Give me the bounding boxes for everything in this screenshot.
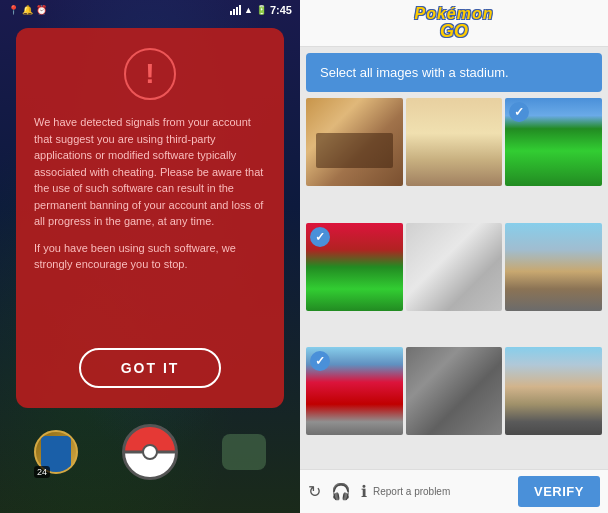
verify-button[interactable]: VERIFY — [518, 476, 600, 507]
notification-icon: 🔔 — [22, 5, 33, 15]
level-badge: 24 — [34, 466, 50, 478]
grid-cell-0[interactable] — [306, 98, 403, 186]
grid-cell-4[interactable] — [406, 223, 503, 311]
grid-cell-7[interactable] — [406, 347, 503, 435]
grid-cell-1[interactable] — [406, 98, 503, 186]
warning-text-block: We have detected signals from your accou… — [34, 114, 266, 283]
logo-go-text: GO — [440, 22, 468, 40]
status-left-icons: 📍 🔔 ⏰ — [8, 5, 47, 15]
pokeball-button[interactable] — [122, 424, 178, 480]
avatar-container: 24 — [34, 430, 78, 474]
captcha-prompt: Select all images with a stadium. — [306, 53, 602, 92]
grid-cell-3[interactable]: ✓ — [306, 223, 403, 311]
recaptcha-header: Pokémon GO — [300, 0, 608, 47]
pokemon-go-warning-screen: 📍 🔔 ⏰ ▲ 🔋 7:45 ! We have detected signal… — [0, 0, 300, 513]
footer-icons: ↻ 🎧 ℹ — [308, 482, 367, 501]
captcha-footer: ↻ 🎧 ℹ Report a problem VERIFY — [300, 469, 608, 513]
audio-icon[interactable]: 🎧 — [331, 482, 351, 501]
grid-cell-2[interactable]: ✓ — [505, 98, 602, 186]
captcha-image-grid: ✓ ✓ ✓ — [300, 98, 608, 469]
check-badge-2: ✓ — [509, 102, 529, 122]
battery-icon: 🔋 — [256, 5, 267, 15]
grid-cell-5[interactable] — [505, 223, 602, 311]
recaptcha-panel: Pokémon GO Select all images with a stad… — [300, 0, 608, 513]
grid-cell-8[interactable] — [505, 347, 602, 435]
alarm-icon: ⏰ — [36, 5, 47, 15]
warning-body-1: We have detected signals from your accou… — [34, 114, 266, 230]
logo-pokemon-text: Pokémon — [414, 6, 493, 22]
info-icon[interactable]: ℹ — [361, 482, 367, 501]
signal-bar-2 — [233, 9, 235, 15]
pokeball-center — [142, 444, 158, 460]
signal-bars — [230, 5, 241, 15]
check-badge-6: ✓ — [310, 351, 330, 371]
status-time: 7:45 — [270, 4, 292, 16]
pokemon-go-logo: Pokémon GO — [414, 6, 493, 40]
bottom-navigation-bar: 24 — [0, 416, 300, 488]
warning-exclamation-icon: ! — [145, 60, 154, 88]
signal-bar-1 — [230, 11, 232, 15]
check-badge-3: ✓ — [310, 227, 330, 247]
status-bar: 📍 🔔 ⏰ ▲ 🔋 7:45 — [0, 0, 300, 20]
nav-right-area — [222, 434, 266, 470]
status-right-info: ▲ 🔋 7:45 — [230, 4, 292, 16]
warning-card: ! We have detected signals from your acc… — [16, 28, 284, 408]
signal-bar-3 — [236, 7, 238, 15]
signal-bar-4 — [239, 5, 241, 15]
report-problem-link[interactable]: Report a problem — [373, 486, 512, 497]
got-it-button[interactable]: GOT IT — [79, 348, 222, 388]
location-icon: 📍 — [8, 5, 19, 15]
wifi-icon: ▲ — [244, 5, 253, 15]
warning-icon-circle: ! — [124, 48, 176, 100]
warning-body-2: If you have been using such software, we… — [34, 240, 266, 273]
grid-cell-6[interactable]: ✓ — [306, 347, 403, 435]
refresh-icon[interactable]: ↻ — [308, 482, 321, 501]
